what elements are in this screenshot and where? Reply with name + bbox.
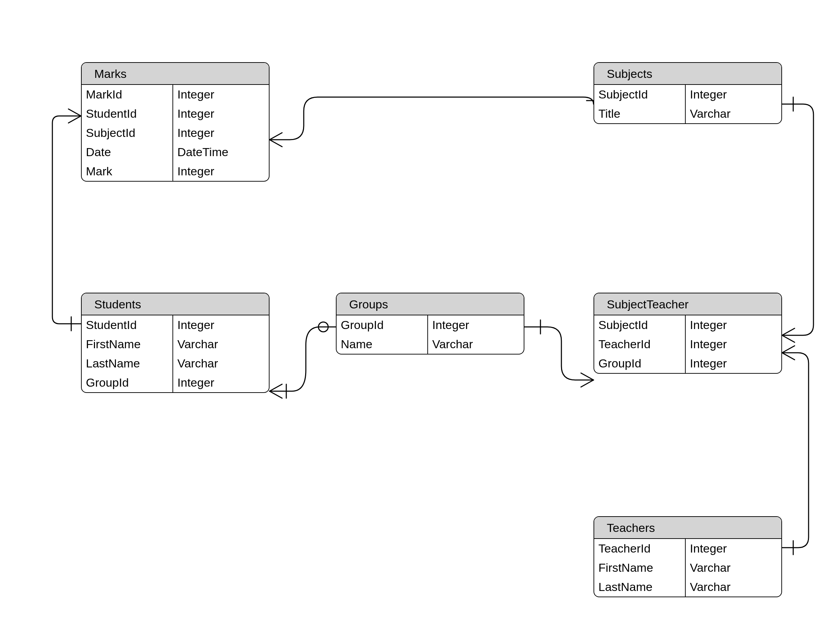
- entity-header: Groups: [337, 294, 524, 315]
- field-name: MarkId: [82, 85, 173, 104]
- field-type: Integer: [686, 354, 781, 373]
- field-type: Varchar: [428, 335, 524, 354]
- field-name: SubjectId: [594, 85, 685, 104]
- field-type: Integer: [173, 85, 269, 104]
- svg-point-0: [318, 322, 328, 332]
- field-name: Mark: [82, 162, 173, 181]
- entity-title: Groups: [349, 297, 388, 311]
- field-name: TeacherId: [594, 335, 685, 354]
- field-type: Varchar: [173, 354, 269, 373]
- entity-header: Teachers: [594, 517, 781, 539]
- field-name: Title: [594, 104, 685, 123]
- field-type: Integer: [173, 123, 269, 142]
- entity-subjects[interactable]: Subjects SubjectId Title Integer Varchar: [594, 62, 782, 124]
- entity-title: Teachers: [607, 521, 655, 534]
- field-name: FirstName: [594, 558, 685, 577]
- entity-groups[interactable]: Groups GroupId Name Integer Varchar: [336, 293, 524, 354]
- field-type: Varchar: [686, 577, 781, 597]
- er-diagram-canvas: Marks MarkId StudentId SubjectId Date Ma…: [0, 0, 840, 643]
- entity-header: Marks: [82, 63, 269, 85]
- field-name: Date: [82, 142, 173, 162]
- field-type: Varchar: [173, 335, 269, 354]
- field-type: DateTime: [173, 142, 269, 162]
- field-name: GroupId: [82, 373, 173, 392]
- field-name: StudentId: [82, 315, 173, 335]
- field-type: Integer: [173, 104, 269, 123]
- entity-title: Marks: [94, 67, 127, 80]
- field-type: Varchar: [686, 104, 781, 123]
- field-name: StudentId: [82, 104, 173, 123]
- entity-teachers[interactable]: Teachers TeacherId FirstName LastName In…: [594, 516, 782, 597]
- field-type: Varchar: [686, 558, 781, 577]
- field-type: Integer: [686, 539, 781, 558]
- field-name: LastName: [82, 354, 173, 373]
- field-type: Integer: [686, 85, 781, 104]
- entity-header: SubjectTeacher: [594, 294, 781, 315]
- field-name: GroupId: [594, 354, 685, 373]
- entity-students[interactable]: Students StudentId FirstName LastName Gr…: [81, 293, 270, 393]
- entity-subject-teacher[interactable]: SubjectTeacher SubjectId TeacherId Group…: [594, 293, 782, 374]
- field-name: Name: [337, 335, 427, 354]
- field-type: Integer: [428, 315, 524, 335]
- field-name: FirstName: [82, 335, 173, 354]
- field-type: Integer: [173, 315, 269, 335]
- entity-header: Subjects: [594, 63, 781, 85]
- field-name: SubjectId: [82, 123, 173, 142]
- entity-title: Students: [94, 297, 141, 311]
- field-name: TeacherId: [594, 539, 685, 558]
- field-name: GroupId: [337, 315, 427, 335]
- entity-title: Subjects: [607, 67, 652, 80]
- entity-title: SubjectTeacher: [607, 297, 689, 311]
- entity-header: Students: [82, 294, 269, 315]
- field-type: Integer: [173, 373, 269, 392]
- field-type: Integer: [173, 162, 269, 181]
- field-name: LastName: [594, 577, 685, 597]
- field-name: SubjectId: [594, 315, 685, 335]
- entity-marks[interactable]: Marks MarkId StudentId SubjectId Date Ma…: [81, 62, 270, 182]
- field-type: Integer: [686, 335, 781, 354]
- field-type: Integer: [686, 315, 781, 335]
